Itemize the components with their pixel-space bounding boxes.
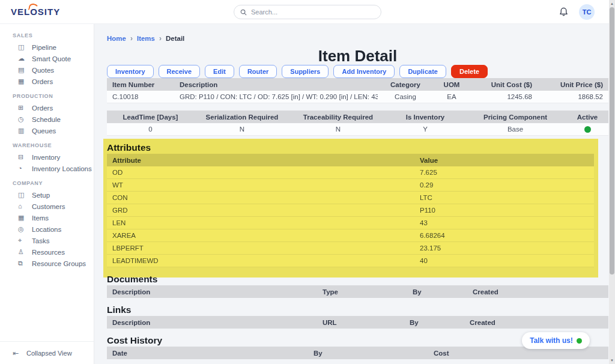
edit-button[interactable]: Edit xyxy=(205,65,234,78)
logo-o-swoosh-icon: O xyxy=(30,7,38,17)
sidebar-item-smart-quote[interactable]: ☁ Smart Quote xyxy=(0,53,94,64)
velosity-logo[interactable]: VELOSITY xyxy=(11,7,60,17)
item-unit-price-value: 1868.52 xyxy=(538,91,608,103)
user-avatar[interactable]: TC xyxy=(579,4,595,20)
pipeline-icon: ◫ xyxy=(18,44,26,50)
sidebar-item-resources[interactable]: ♙ Resources xyxy=(0,246,94,258)
add-inventory-button[interactable]: Add Inventory xyxy=(333,65,395,78)
chat-widget-button[interactable]: Talk with us! xyxy=(522,332,590,349)
documents-heading: Documents xyxy=(107,274,608,284)
breadcrumb-separator: › xyxy=(130,34,133,43)
col-leadtime: LeadTime [Days] xyxy=(107,111,194,123)
item-table-header-row: Item Number Description Category UOM Uni… xyxy=(107,78,608,91)
documents-header-row: Description Type By Created xyxy=(107,285,608,298)
locations-icon: ◎ xyxy=(18,226,26,232)
chat-online-dot-icon xyxy=(577,338,582,344)
section-label-production: PRODUCTION xyxy=(0,93,94,102)
leadtime-value: 0 xyxy=(107,123,194,135)
scrollbar-up-arrow-icon[interactable]: ▲ xyxy=(609,1,615,7)
links-heading: Links xyxy=(107,305,608,315)
suppliers-button[interactable]: Suppliers xyxy=(282,65,329,78)
scrollbar-down-arrow-icon[interactable]: ▼ xyxy=(609,357,615,363)
item-uom-value: EA xyxy=(433,91,470,103)
section-label-warehouse: WAREHOUSE xyxy=(0,142,94,151)
pricing-component-value: Base xyxy=(464,123,566,135)
breadcrumb-home[interactable]: Home xyxy=(107,35,126,42)
collapse-sidebar-icon: ⇤ xyxy=(13,350,20,357)
breadcrumb-current: Detail xyxy=(166,35,184,42)
tasks-icon: ⌖ xyxy=(18,237,26,244)
page-scrollbar[interactable]: ▲ ▼ xyxy=(609,0,615,364)
queues-icon: ▥ xyxy=(18,127,26,134)
sidebar-item-queues[interactable]: ▥ Queues xyxy=(0,125,94,136)
col-unit-price: Unit Price ($) xyxy=(538,78,608,91)
inventory-button[interactable]: Inventory xyxy=(107,65,154,78)
global-search[interactable] xyxy=(234,5,381,19)
flags-table-row: 0 N N Y Base xyxy=(107,123,608,136)
scrollbar-thumb[interactable] xyxy=(610,7,614,275)
attribute-row: WT 0.29 xyxy=(107,179,594,192)
sidebar-item-inventory[interactable]: ⊟ Inventory xyxy=(0,151,94,163)
is-inventory-value: Y xyxy=(386,123,464,135)
item-flags-table: LeadTime [Days] Serialization Required T… xyxy=(107,111,608,136)
topbar-actions: TC xyxy=(558,4,595,20)
section-label-company: COMPANY xyxy=(0,180,94,189)
col-pricing-component: Pricing Component xyxy=(464,111,566,123)
active-status-cell xyxy=(566,123,608,135)
item-unit-cost-value: 1245.68 xyxy=(470,91,538,103)
attribute-row: LEADTIMEWD 40 xyxy=(107,255,594,267)
sidebar-item-items[interactable]: ▦ Items xyxy=(0,212,94,223)
traceability-value: N xyxy=(290,123,386,135)
serialization-value: N xyxy=(194,123,290,135)
item-description-value: GRD: P110 / CON: LTC / OD: 7.625 [in] / … xyxy=(174,91,378,103)
links-header-row: Description URL By Created xyxy=(107,316,608,329)
flags-table-header-row: LeadTime [Days] Serialization Required T… xyxy=(107,111,608,123)
sidebar-item-sales-orders[interactable]: ▦ Orders xyxy=(0,76,94,87)
inventory-locations-icon: ◔ xyxy=(18,165,26,172)
active-status-dot xyxy=(584,126,591,133)
col-uom: UOM xyxy=(433,78,470,91)
notifications-bell-icon[interactable] xyxy=(558,7,569,17)
sidebar-item-production-orders[interactable]: ⊞ Orders xyxy=(0,102,94,114)
attributes-header-row: Attribute Value xyxy=(107,154,594,166)
router-button[interactable]: Router xyxy=(239,65,277,78)
resources-icon: ♙ xyxy=(18,249,26,255)
sidebar-item-locations[interactable]: ◎ Locations xyxy=(0,223,94,235)
duplicate-button[interactable]: Duplicate xyxy=(399,65,446,78)
receive-button[interactable]: Receive xyxy=(159,65,201,78)
col-description: Description xyxy=(174,78,378,91)
quotes-icon: ▤ xyxy=(18,67,26,73)
search-icon xyxy=(240,9,247,16)
sales-orders-icon: ▦ xyxy=(18,78,26,85)
setup-icon: ◫ xyxy=(18,192,26,198)
delete-button[interactable]: Delete xyxy=(451,65,488,78)
sidebar-item-quotes[interactable]: ▤ Quotes xyxy=(0,64,94,76)
app-window: VELOSITY TC SALES ◫ Pipeline xyxy=(0,0,615,364)
attributes-table: Attribute Value OD 7.625 WT 0.29 CON LTC… xyxy=(107,154,594,267)
sidebar-item-tasks[interactable]: ⌖ Tasks xyxy=(0,235,94,246)
main-content: Home › Items › Detail Item Detail Invent… xyxy=(94,24,615,364)
col-active: Active xyxy=(566,111,608,123)
breadcrumb-items[interactable]: Items xyxy=(137,35,155,42)
item-table-row[interactable]: C.10018 GRD: P110 / CON: LTC / OD: 7.625… xyxy=(107,91,608,103)
breadcrumb: Home › Items › Detail xyxy=(107,34,608,43)
collapse-sidebar-button[interactable]: ⇤ Collapsed View xyxy=(0,341,94,364)
chat-label: Talk with us! xyxy=(530,336,573,345)
col-item-number: Item Number xyxy=(107,78,174,91)
sidebar-item-schedule[interactable]: ◷ Schedule xyxy=(0,114,94,125)
attributes-heading: Attributes xyxy=(107,142,608,153)
sidebar-item-setup[interactable]: ◫ Setup xyxy=(0,189,94,201)
section-label-sales: SALES xyxy=(0,32,94,41)
item-summary-table: Item Number Description Category UOM Uni… xyxy=(107,78,608,103)
logo-text-pre: VEL xyxy=(11,7,30,17)
attribute-row: LBPERFT 23.175 xyxy=(107,242,594,255)
sidebar-item-inventory-locations[interactable]: ◔ Inventory Locations xyxy=(0,163,94,174)
sidebar-item-customers[interactable]: ⌂ Customers xyxy=(0,201,94,212)
sidebar-item-pipeline[interactable]: ◫ Pipeline xyxy=(0,41,94,53)
search-input[interactable] xyxy=(251,8,375,16)
resource-groups-icon: ⧉ xyxy=(18,260,26,267)
sidebar-item-resource-groups[interactable]: ⧉ Resource Groups xyxy=(0,258,94,269)
schedule-icon: ◷ xyxy=(18,116,26,123)
attribute-row: XAREA 6.68264 xyxy=(107,229,594,242)
page-title: Item Detail xyxy=(107,48,608,64)
